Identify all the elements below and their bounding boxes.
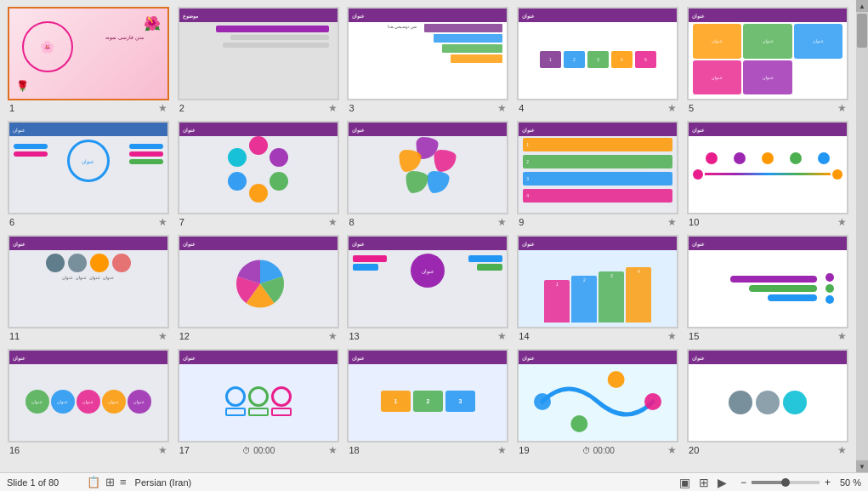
slide-item-13[interactable]: عنوان عنوان 13★	[347, 235, 510, 342]
slide-number-18: 18	[349, 445, 359, 455]
slide-item-10[interactable]: عنوان 10★	[686, 121, 849, 228]
slide-thumbnail-6[interactable]: عنوان عنوان	[8, 121, 169, 214]
normal-view-icon[interactable]: ▣	[677, 475, 693, 490]
slide-number-10: 10	[689, 217, 699, 227]
slide-item-9[interactable]: عنوان 1234 9★	[516, 121, 679, 228]
star-icon-12[interactable]: ★	[328, 330, 338, 342]
status-icons: 📋 ⊞ ≡	[87, 476, 127, 488]
slide-number-16: 16	[9, 445, 20, 455]
slide-sorter-icon[interactable]: ⊞	[696, 475, 712, 490]
slide-grid-area[interactable]: 🌸 🌺 🌹 متن فارسی نمونه 1★ موضوع 2★ عنوان	[0, 0, 856, 472]
star-icon-15[interactable]: ★	[837, 330, 847, 342]
slide-item-16[interactable]: عنوان عنوانعنوانعنوانعنوانعنوان 16★	[7, 349, 170, 456]
star-icon-16[interactable]: ★	[158, 444, 167, 456]
scroll-up-button[interactable]: ▲	[856, 0, 868, 12]
slide-thumbnail-17[interactable]: عنوان	[178, 349, 339, 442]
star-icon-11[interactable]: ★	[158, 330, 167, 342]
slide-item-4[interactable]: عنوان 12345 4★	[516, 7, 679, 114]
slide-thumbnail-7[interactable]: عنوان	[178, 121, 339, 214]
table-icon[interactable]: ⊞	[105, 476, 115, 488]
slide-item-7[interactable]: عنوان 7★	[177, 121, 340, 228]
slide-item-15[interactable]: عنوان 15★	[686, 235, 849, 342]
slide-item-14[interactable]: عنوان 1234 14★	[516, 235, 679, 342]
slide-thumbnail-13[interactable]: عنوان عنوان	[347, 235, 508, 328]
star-icon-4[interactable]: ★	[667, 102, 677, 114]
slide-info-11: 11★	[8, 330, 169, 342]
star-icon-13[interactable]: ★	[497, 330, 507, 342]
svg-point-1	[571, 414, 588, 431]
scrollbar-thumb[interactable]	[857, 14, 867, 48]
zoom-minus-button[interactable]: −	[738, 476, 749, 489]
slide-number-8: 8	[349, 217, 354, 227]
star-icon-20[interactable]: ★	[837, 444, 847, 456]
slide-item-6[interactable]: عنوان عنوان 6★	[7, 121, 170, 228]
zoom-slider[interactable]	[752, 481, 820, 484]
slide-item-5[interactable]: عنوان عنوانعنوانعنوانعنوانعنوان 5★	[686, 7, 849, 114]
slide-thumbnail-15[interactable]: عنوان	[687, 235, 848, 328]
slide-item-18[interactable]: عنوان 123 18★	[347, 349, 510, 456]
star-icon-2[interactable]: ★	[328, 102, 338, 114]
slide-item-3[interactable]: عنوان نص توضيحي هنا 3★	[347, 7, 510, 114]
slide-item-1[interactable]: 🌸 🌺 🌹 متن فارسی نمونه 1★	[7, 7, 170, 114]
slide-thumbnail-18[interactable]: عنوان 123	[347, 349, 508, 442]
slide-item-8[interactable]: عنوان 8★	[347, 121, 510, 228]
star-icon-8[interactable]: ★	[497, 216, 507, 228]
slide-number-15: 15	[689, 331, 699, 341]
clock-icon-19: ⏱ 00:00	[582, 446, 615, 455]
zoom-plus-button[interactable]: +	[822, 476, 833, 489]
slide-thumbnail-14[interactable]: عنوان 1234	[517, 235, 678, 328]
star-icon-14[interactable]: ★	[667, 330, 677, 342]
slide-thumbnail-9[interactable]: عنوان 1234	[517, 121, 678, 214]
slide-item-2[interactable]: موضوع 2★	[177, 7, 340, 114]
slide-number-12: 12	[179, 331, 190, 341]
slide-item-11[interactable]: عنوان عنوانعنوانعنوانعنوان 11★	[7, 235, 170, 342]
star-icon-3[interactable]: ★	[497, 102, 507, 114]
scroll-down-button[interactable]: ▼	[856, 460, 868, 472]
slide-thumbnail-12[interactable]: عنوان	[178, 235, 339, 328]
slide-number-20: 20	[689, 445, 699, 455]
slide-thumbnail-11[interactable]: عنوان عنوانعنوانعنوانعنوان	[8, 235, 169, 328]
slide-number-17: 17	[179, 445, 190, 455]
star-icon-5[interactable]: ★	[837, 102, 847, 114]
slide-thumbnail-1[interactable]: 🌸 🌺 🌹 متن فارسی نمونه	[8, 7, 169, 100]
slide-info-9: 9★	[517, 216, 678, 228]
star-icon-10[interactable]: ★	[837, 216, 847, 228]
slide-item-20[interactable]: عنوان 20★	[686, 349, 849, 456]
star-icon-9[interactable]: ★	[667, 216, 677, 228]
slide-thumbnail-20[interactable]: عنوان	[687, 349, 848, 442]
slide-grid: 🌸 🌺 🌹 متن فارسی نمونه 1★ موضوع 2★ عنوان	[7, 7, 849, 456]
star-icon-6[interactable]: ★	[158, 216, 167, 228]
star-icon-18[interactable]: ★	[497, 444, 507, 456]
slide-thumbnail-10[interactable]: عنوان	[687, 121, 848, 214]
slide-thumbnail-19[interactable]: عنوان	[517, 349, 678, 442]
slide-thumbnail-4[interactable]: عنوان 12345	[517, 7, 678, 100]
slide-info-15: 15★	[687, 330, 848, 342]
slide-thumbnail-3[interactable]: عنوان نص توضيحي هنا	[347, 7, 508, 100]
slide-show-icon[interactable]: ▶	[715, 475, 729, 490]
star-icon-19[interactable]: ★	[667, 444, 677, 456]
slide-number-9: 9	[519, 217, 524, 227]
slide-info-4: 4★	[517, 102, 678, 114]
slide-thumbnail-5[interactable]: عنوان عنوانعنوانعنوانعنوانعنوان	[687, 7, 848, 100]
star-icon-7[interactable]: ★	[328, 216, 338, 228]
filter-icon[interactable]: ≡	[120, 476, 127, 488]
slide-info-2: 2★	[178, 102, 339, 114]
svg-point-3	[644, 393, 661, 410]
slide-info-13: 13★	[347, 330, 508, 342]
slide-thumbnail-2[interactable]: موضوع	[178, 7, 339, 100]
slide-item-19[interactable]: عنوان 19⏱ 00:00★	[516, 349, 679, 456]
slide-info-12: 12★	[178, 330, 339, 342]
slide-thumbnail-8[interactable]: عنوان	[347, 121, 508, 214]
slide-number-14: 14	[519, 331, 529, 341]
star-icon-17[interactable]: ★	[328, 444, 338, 456]
slide-number-6: 6	[9, 217, 14, 227]
star-icon-1[interactable]: ★	[158, 102, 167, 114]
notes-icon[interactable]: 📋	[87, 476, 100, 488]
slide-info: Slide 1 of 80	[7, 477, 75, 488]
slide-item-12[interactable]: عنوان 12★	[177, 235, 340, 342]
slide-info-19: 19⏱ 00:00★	[517, 444, 678, 456]
slide-thumbnail-16[interactable]: عنوان عنوانعنوانعنوانعنوانعنوان	[8, 349, 169, 442]
slide-info-7: 7★	[178, 216, 339, 228]
slide-number-7: 7	[179, 217, 184, 227]
slide-item-17[interactable]: عنوان 17⏱ 00:00★	[177, 349, 340, 456]
